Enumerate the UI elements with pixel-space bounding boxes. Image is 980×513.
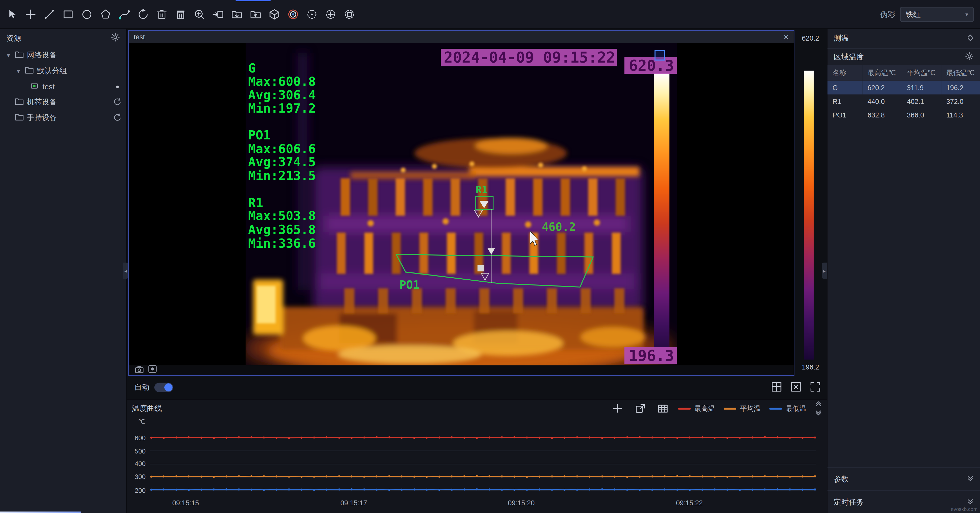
clear-all-tool-icon[interactable] — [174, 7, 188, 21]
snapshot-icon[interactable] — [135, 365, 144, 376]
select-tool-icon[interactable] — [5, 7, 19, 21]
table-row[interactable]: PO1 632.8 366.0 114.3 — [827, 108, 980, 122]
svg-text:Min:197.2: Min:197.2 — [248, 101, 316, 116]
main-area: test × — [127, 29, 827, 513]
x-tick-label: 09:15:17 — [340, 499, 367, 507]
svg-text:Min:213.5: Min:213.5 — [248, 169, 316, 183]
scale-min-label: 196.2 — [802, 363, 819, 371]
delete-tool-icon[interactable] — [155, 7, 169, 21]
thermal-image[interactable]: 2024-04-09 09:15:22 620.3 196.3 G — [245, 43, 677, 365]
collapse-panel-icon[interactable] — [815, 409, 822, 417]
legend-swatch-avg — [724, 408, 736, 409]
svg-text:G: G — [248, 61, 256, 76]
y-tick-label: 500 — [128, 447, 146, 454]
svg-text:R1: R1 — [248, 196, 263, 210]
color-scale-bar — [803, 71, 814, 360]
legend-max-temp[interactable]: 最高温 — [678, 404, 715, 413]
cell-min: 196.2 — [941, 81, 980, 94]
col-header: 最低温℃ — [941, 65, 980, 81]
expand-panel-icon[interactable] — [815, 399, 822, 408]
right-panel-collapse-handle[interactable]: ▸ — [822, 263, 827, 279]
window-titlebar[interactable]: test × — [129, 31, 794, 43]
focus-target-icon-3[interactable] — [342, 7, 356, 21]
legend-label: 最高温 — [694, 404, 715, 413]
color-target-icon[interactable] — [286, 7, 300, 21]
cell-name: G — [827, 81, 862, 94]
section-title: 定时任务 — [834, 497, 864, 508]
thermal-color-scale-inset — [654, 73, 670, 362]
svg-text:PO1: PO1 — [248, 128, 270, 142]
table-row[interactable]: R1 440.0 402.1 372.0 — [827, 94, 980, 108]
sidebar-item-handheld-devices[interactable]: 手持设备 — [0, 110, 126, 126]
panel-expand-icon[interactable] — [967, 34, 974, 43]
x-tick-label: 09:15:22 — [676, 499, 703, 507]
gear-icon[interactable] — [965, 52, 974, 62]
panel-title: 测温 — [834, 33, 849, 44]
table-row[interactable]: G 620.2 311.9 196.2 — [827, 81, 980, 94]
polygon-tool-icon[interactable] — [99, 7, 113, 21]
folder-out-icon[interactable] — [249, 7, 262, 21]
zoom-tool-icon[interactable] — [192, 7, 206, 21]
import-icon[interactable] — [211, 7, 225, 21]
rotate-tool-icon[interactable] — [136, 7, 150, 21]
sidebar-item-test[interactable]: test — [0, 79, 126, 94]
pseudo-color-select[interactable]: 铁红 ▾ — [900, 7, 974, 22]
move-tool-icon[interactable] — [24, 7, 38, 21]
refresh-icon[interactable] — [113, 97, 121, 108]
chart-title: 温度曲线 — [132, 403, 162, 414]
cell-min: 372.0 — [941, 94, 980, 108]
section-parameters[interactable]: 参数 — [827, 467, 980, 490]
scale-max-marker — [655, 51, 665, 60]
section-title: 区域温度 — [834, 52, 864, 62]
svg-text:Avg:374.5: Avg:374.5 — [248, 155, 316, 169]
y-axis-unit: ℃ — [138, 418, 145, 425]
panel-header-measure[interactable]: 测温 — [827, 29, 980, 49]
export-chart-icon[interactable] — [633, 401, 647, 415]
svg-text:Max:606.6: Max:606.6 — [248, 142, 316, 156]
curve-tool-icon[interactable] — [118, 7, 131, 21]
auto-toggle[interactable] — [154, 382, 173, 392]
pseudo-color-label: 伪彩 — [880, 9, 895, 20]
resource-sidebar: 资源 ▾ 网络设备 ▾ 默认分组 test 机芯设备 手持 — [0, 29, 127, 513]
watermark: evoskb.com — [951, 507, 978, 512]
grid-layout-icon[interactable] — [771, 381, 782, 392]
line-tool-icon[interactable] — [43, 7, 56, 21]
tree-label: 默认分组 — [37, 65, 67, 76]
sidebar-item-default-group[interactable]: ▾ 默认分组 — [0, 63, 126, 79]
sidebar-item-network-devices[interactable]: ▾ 网络设备 — [0, 48, 126, 63]
svg-text:Min:336.6: Min:336.6 — [248, 236, 316, 251]
focus-target-icon-1[interactable] — [305, 7, 319, 21]
col-header: 名称 — [827, 65, 862, 81]
focus-target-icon-2[interactable] — [324, 7, 338, 21]
legend-min-temp[interactable]: 最低温 — [770, 404, 806, 413]
record-icon[interactable] — [148, 365, 157, 376]
sidebar-title: 资源 — [6, 33, 21, 44]
legend-avg-temp[interactable]: 平均温 — [724, 404, 760, 413]
gear-icon[interactable] — [110, 32, 120, 44]
col-header: 最高温℃ — [862, 65, 902, 81]
x-tick-label: 09:15:20 — [508, 499, 535, 507]
temperature-chart — [149, 432, 818, 495]
y-tick-label: 400 — [128, 460, 146, 467]
svg-text:Avg:365.8: Avg:365.8 — [248, 222, 316, 237]
caret-down-icon[interactable]: ▾ — [15, 67, 22, 74]
fullscreen-icon[interactable] — [809, 381, 821, 392]
close-view-grid-icon[interactable] — [790, 381, 801, 392]
sidebar-item-core-devices[interactable]: 机芯设备 — [0, 94, 126, 110]
svg-text:196.3: 196.3 — [629, 347, 674, 364]
data-table-icon[interactable] — [655, 401, 670, 415]
section-region-temperature[interactable]: 区域温度 — [827, 49, 980, 65]
cube-3d-icon[interactable] — [267, 7, 281, 21]
circle-tool-icon[interactable] — [80, 7, 94, 21]
y-tick-label: 600 — [128, 434, 146, 441]
folder-in-icon[interactable] — [230, 7, 244, 21]
add-curve-icon[interactable] — [611, 401, 625, 415]
close-icon[interactable]: × — [784, 32, 789, 41]
cell-max: 440.0 — [862, 94, 902, 108]
caret-down-icon[interactable]: ▾ — [5, 52, 12, 59]
rect-tool-icon[interactable] — [61, 7, 75, 21]
sidebar-collapse-handle[interactable]: ◂ — [123, 263, 128, 279]
refresh-icon[interactable] — [113, 113, 121, 123]
window-title: test — [134, 33, 145, 41]
legend-label: 平均温 — [740, 404, 761, 413]
